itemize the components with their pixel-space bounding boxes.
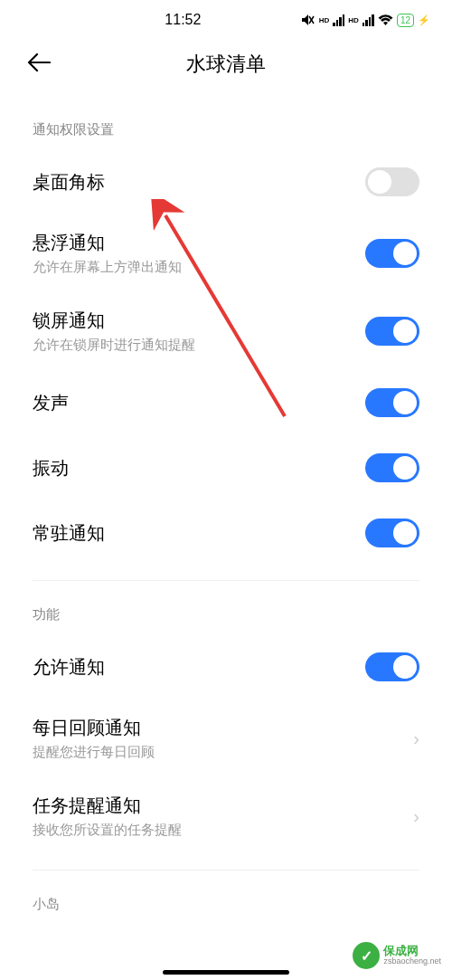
section-notification-permissions: 通知权限设置 桌面角标 悬浮通知 允许在屏幕上方弹出通知 锁屏通知 允许在锁屏时… (0, 96, 452, 924)
signal-bars-1-icon (333, 14, 344, 26)
row-allow-notification: 允许通知 (33, 634, 419, 699)
toggle-sound[interactable] (365, 388, 419, 417)
row-persistent-notification: 常驻通知 (33, 500, 419, 566)
section-header-feature: 功能 (33, 581, 419, 634)
toggle-desktop-badge[interactable] (365, 167, 419, 196)
charging-icon: ⚡ (418, 14, 430, 26)
toggle-floating-notification[interactable] (365, 239, 419, 268)
row-vibrate: 振动 (33, 435, 419, 500)
toggle-allow-notification[interactable] (365, 652, 419, 681)
watermark-name: 保成网 (383, 945, 441, 957)
hd-signal-2-icon: HD (348, 16, 359, 24)
toggle-vibrate[interactable] (365, 453, 419, 482)
label-sound: 发声 (33, 391, 365, 415)
mute-icon (299, 13, 315, 27)
sublabel-task-reminder: 接收您所设置的任务提醒 (33, 822, 413, 839)
section-header-island: 小岛 (33, 871, 419, 924)
label-task-reminder: 任务提醒通知 (33, 794, 413, 818)
row-sound: 发声 (33, 370, 419, 435)
wifi-icon (378, 14, 393, 26)
row-daily-review[interactable]: 每日回顾通知 提醒您进行每日回顾 › (33, 699, 419, 777)
watermark-url: zsbaocheng.net (383, 957, 441, 966)
chevron-right-icon: › (413, 728, 419, 749)
label-lockscreen-notification: 锁屏通知 (33, 309, 365, 333)
sublabel-lockscreen-notification: 允许在锁屏时进行通知提醒 (33, 337, 365, 354)
toggle-persistent-notification[interactable] (365, 519, 419, 547)
row-desktop-badge: 桌面角标 (33, 149, 419, 214)
label-daily-review: 每日回顾通知 (33, 716, 413, 740)
label-vibrate: 振动 (33, 456, 365, 480)
signal-bars-2-icon (363, 14, 374, 26)
chevron-right-icon: › (413, 806, 419, 827)
label-allow-notification: 允许通知 (33, 655, 365, 680)
back-button[interactable] (27, 51, 51, 79)
row-floating-notification: 悬浮通知 允许在屏幕上方弹出通知 (33, 214, 419, 292)
label-floating-notification: 悬浮通知 (33, 231, 365, 255)
hd-signal-1-icon: HD (319, 16, 330, 24)
sublabel-floating-notification: 允许在屏幕上方弹出通知 (33, 259, 365, 276)
label-persistent-notification: 常驻通知 (33, 521, 365, 546)
page-title: 水球清单 (18, 51, 434, 78)
row-task-reminder[interactable]: 任务提醒通知 接收您所设置的任务提醒 › (33, 777, 419, 855)
status-bar: 11:52 HD HD 12 ⚡ (0, 0, 452, 40)
watermark-logo-icon: ✓ (353, 942, 380, 969)
home-indicator[interactable] (163, 970, 289, 975)
status-time: 11:52 (22, 12, 299, 28)
battery-icon: 12 (397, 14, 414, 27)
toggle-lockscreen-notification[interactable] (365, 317, 419, 346)
label-desktop-badge: 桌面角标 (33, 170, 365, 195)
row-lockscreen-notification: 锁屏通知 允许在锁屏时进行通知提醒 (33, 292, 419, 370)
sublabel-daily-review: 提醒您进行每日回顾 (33, 744, 413, 761)
watermark: ✓ 保成网 zsbaocheng.net (353, 942, 441, 969)
section-header-notification: 通知权限设置 (33, 96, 419, 149)
status-indicators: HD HD 12 ⚡ (299, 13, 430, 27)
app-header: 水球清单 (0, 40, 452, 96)
